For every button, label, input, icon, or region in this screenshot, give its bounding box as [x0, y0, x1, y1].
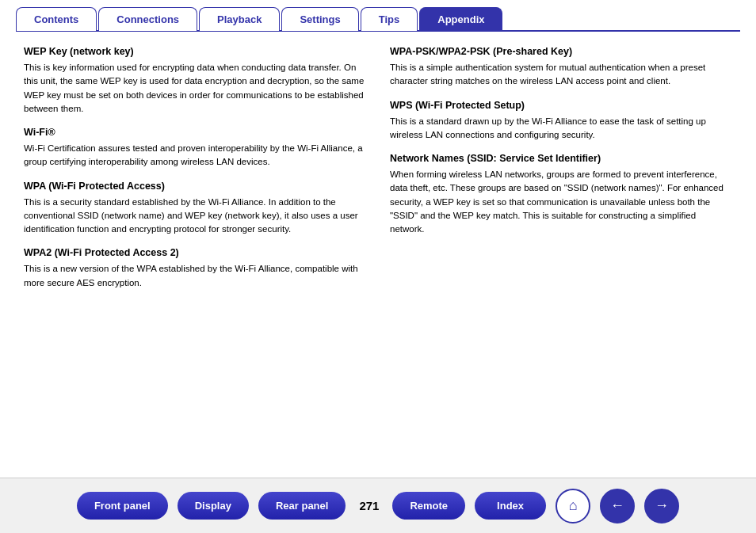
bottom-bar: Front panel Display Rear panel 271 Remot…: [0, 478, 756, 533]
section-wep-key-body: This is key information used for encrypt…: [24, 61, 366, 116]
tab-appendix[interactable]: Appendix: [419, 7, 502, 31]
section-wifi-title: Wi-Fi®: [24, 127, 366, 138]
section-wpapsk-body: This is a simple authentication system f…: [390, 61, 732, 89]
section-wpa2-body: This is a new version of the WPA establi…: [24, 262, 366, 290]
section-wep-key-title: WEP Key (network key): [24, 46, 366, 57]
section-wpapsk: WPA-PSK/WPA2-PSK (Pre-shared Key) This i…: [390, 46, 732, 89]
section-wps: WPS (Wi-Fi Protected Setup) This is a st…: [390, 100, 732, 143]
tab-contents[interactable]: Contents: [16, 7, 97, 31]
section-wpa: WPA (Wi-Fi Protected Access) This is a s…: [24, 181, 366, 237]
page-wrapper: Contents Connections Playback Settings T…: [0, 0, 756, 533]
left-column: WEP Key (network key) This is key inform…: [24, 46, 366, 301]
section-ssid: Network Names (SSID: Service Set Identif…: [390, 153, 732, 236]
tab-tips[interactable]: Tips: [361, 7, 418, 31]
section-wifi-body: Wi-Fi Certification assures tested and p…: [24, 142, 366, 169]
section-wpapsk-title: WPA-PSK/WPA2-PSK (Pre-shared Key): [390, 46, 732, 57]
back-btn[interactable]: ←: [600, 489, 635, 523]
rear-panel-btn[interactable]: Rear panel: [258, 492, 346, 520]
home-icon: ⌂: [569, 497, 578, 514]
section-wpa-title: WPA (Wi-Fi Protected Access): [24, 181, 366, 192]
section-wps-body: This is a standard drawn up by the Wi-Fi…: [390, 115, 732, 143]
display-btn[interactable]: Display: [178, 492, 249, 520]
right-column: WPA-PSK/WPA2-PSK (Pre-shared Key) This i…: [390, 46, 732, 301]
index-btn[interactable]: Index: [475, 492, 546, 520]
section-wifi: Wi-Fi® Wi-Fi Certification assures teste…: [24, 127, 366, 169]
nav-tabs: Contents Connections Playback Settings T…: [0, 0, 756, 30]
section-wpa2: WPA2 (Wi-Fi Protected Access 2) This is …: [24, 247, 366, 290]
section-ssid-body: When forming wireless LAN networks, grou…: [390, 168, 732, 236]
section-wep-key: WEP Key (network key) This is key inform…: [24, 46, 366, 116]
page-number: 271: [355, 499, 383, 512]
section-wpa-body: This is a security standard established …: [24, 196, 366, 237]
main-content: WEP Key (network key) This is key inform…: [0, 32, 756, 309]
back-icon: ←: [610, 497, 624, 514]
tab-playback[interactable]: Playback: [199, 7, 280, 31]
home-btn[interactable]: ⌂: [556, 489, 590, 523]
front-panel-btn[interactable]: Front panel: [77, 492, 168, 520]
section-ssid-title: Network Names (SSID: Service Set Identif…: [390, 153, 732, 164]
section-wpa2-title: WPA2 (Wi-Fi Protected Access 2): [24, 247, 366, 258]
remote-btn[interactable]: Remote: [392, 492, 465, 520]
forward-icon: →: [655, 497, 669, 514]
tab-connections[interactable]: Connections: [98, 7, 197, 31]
forward-btn[interactable]: →: [644, 489, 679, 523]
tab-settings[interactable]: Settings: [281, 7, 358, 31]
section-wps-title: WPS (Wi-Fi Protected Setup): [390, 100, 732, 111]
